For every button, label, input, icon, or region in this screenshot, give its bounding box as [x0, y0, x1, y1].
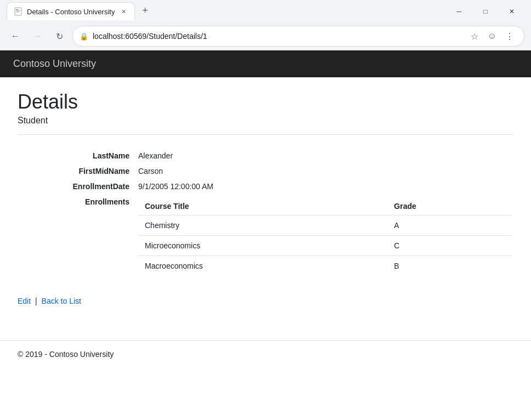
minimize-button[interactable]: ─: [447, 3, 472, 20]
back-to-list-link[interactable]: Back to List: [42, 297, 81, 305]
enrollment-date-label: EnrollmentDate: [18, 179, 138, 194]
lock-icon: 🔒: [80, 32, 88, 41]
address-bar[interactable]: 🔒 localhost:60569/Student/Details/1 ☆ ☺ …: [72, 26, 524, 47]
enrollments-table: Course Title Grade ChemistryAMicroeconom…: [138, 197, 511, 276]
title-bar: Details - Contoso University ✕ + ─ □ ✕: [0, 0, 531, 22]
back-button[interactable]: ←: [7, 27, 24, 45]
svg-rect-3: [16, 12, 19, 12]
app-title: Contoso University: [13, 58, 96, 70]
divider: [18, 134, 513, 135]
enrollments-label: Enrollments: [18, 194, 138, 279]
enrollments-value: Course Title Grade ChemistryAMicroeconom…: [138, 194, 511, 279]
col-grade: Grade: [387, 197, 511, 215]
table-row: MacroeconomicsB: [138, 256, 511, 276]
tab-favicon: [14, 7, 22, 16]
grade-cell: B: [387, 256, 511, 276]
firstname-row: FirstMidName Carson: [18, 163, 513, 179]
footer-text: © 2019 - Contoso University: [18, 350, 114, 359]
tab-container: Details - Contoso University ✕ +: [7, 2, 447, 20]
svg-rect-1: [16, 9, 18, 10]
new-tab-button[interactable]: +: [137, 3, 152, 18]
url-text: localhost:60569/Student/Details/1: [93, 32, 462, 41]
course-cell: Chemistry: [138, 215, 387, 236]
enrollments-thead: Course Title Grade: [138, 197, 511, 215]
reload-button[interactable]: ↻: [50, 27, 68, 45]
maximize-button[interactable]: □: [473, 3, 498, 20]
enrollments-header-row: Course Title Grade: [138, 197, 511, 215]
action-links: Edit | Back to List: [18, 297, 513, 305]
close-button[interactable]: ✕: [499, 3, 524, 20]
details-table: LastName Alexander FirstMidName Carson E…: [18, 148, 513, 279]
grade-cell: A: [387, 215, 511, 236]
tab-label: Details - Contoso University: [27, 8, 115, 16]
enrollment-date-value: 9/1/2005 12:00:00 AM: [138, 179, 213, 194]
link-separator: |: [35, 297, 37, 305]
page-content: Details Student LastName Alexander First…: [0, 77, 531, 319]
tab-close-button[interactable]: ✕: [119, 7, 128, 16]
page-footer: © 2019 - Contoso University: [0, 340, 531, 367]
favicon-icon: [14, 7, 22, 16]
firstname-value: Carson: [138, 163, 163, 179]
course-cell: Macroeconomics: [138, 256, 387, 276]
account-icon[interactable]: ☺: [484, 29, 500, 44]
bookmark-icon[interactable]: ☆: [467, 29, 482, 44]
edit-link[interactable]: Edit: [18, 297, 31, 305]
grade-cell: C: [387, 236, 511, 256]
lastname-row: LastName Alexander: [18, 148, 513, 163]
lastname-label: LastName: [18, 148, 138, 163]
table-row: MicroeconomicsC: [138, 236, 511, 256]
window-controls: ─ □ ✕: [447, 3, 524, 20]
svg-rect-2: [16, 10, 20, 11]
browser-chrome: Details - Contoso University ✕ + ─ □ ✕ ←…: [0, 0, 531, 50]
enrollments-row: Enrollments Course Title Grade Chemistry…: [18, 194, 513, 279]
address-actions: ☆ ☺ ⋮: [467, 29, 517, 44]
lastname-value: Alexander: [138, 148, 173, 163]
table-row: ChemistryA: [138, 215, 511, 236]
enrollment-date-row: EnrollmentDate 9/1/2005 12:00:00 AM: [18, 179, 513, 194]
forward-button[interactable]: →: [29, 27, 46, 45]
app-header: Contoso University: [0, 50, 531, 77]
col-course-title: Course Title: [138, 197, 387, 215]
enrollments-tbody: ChemistryAMicroeconomicsCMacroeconomicsB: [138, 215, 511, 276]
browser-toolbar: ← → ↻ 🔒 localhost:60569/Student/Details/…: [0, 22, 531, 50]
page-heading: Details: [18, 90, 513, 113]
active-tab[interactable]: Details - Contoso University ✕: [7, 2, 135, 20]
firstname-label: FirstMidName: [18, 163, 138, 179]
page-subheading: Student: [18, 116, 513, 126]
course-cell: Microeconomics: [138, 236, 387, 256]
menu-icon[interactable]: ⋮: [502, 29, 517, 44]
